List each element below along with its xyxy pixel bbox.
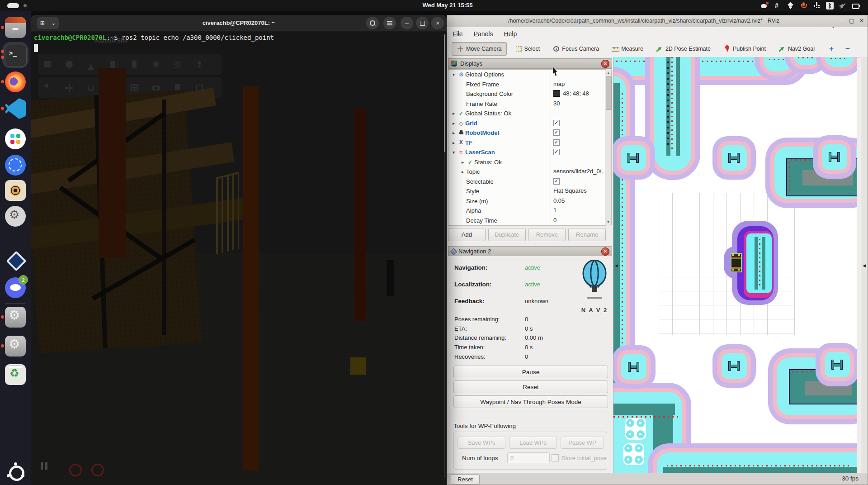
dock-item-slack[interactable] bbox=[5, 128, 26, 149]
dock-item-vscode[interactable] bbox=[5, 98, 26, 119]
add-tool-button[interactable]: + bbox=[829, 44, 834, 53]
display-row-value[interactable] bbox=[553, 129, 560, 136]
maximize-button[interactable] bbox=[416, 17, 429, 29]
toolbar-overflow-arrow[interactable]: ▾ bbox=[832, 25, 834, 29]
dock-item-settings-gear-2[interactable] bbox=[5, 336, 26, 357]
dock-item-trash[interactable] bbox=[5, 364, 26, 385]
expander-closed-icon[interactable]: ▸ bbox=[450, 111, 457, 116]
displays-panel-header[interactable]: Displays ✕ bbox=[448, 58, 612, 69]
display-row-value[interactable]: sensors/lidar2d_0/.. bbox=[553, 168, 604, 175]
microphone-icon[interactable] bbox=[800, 2, 807, 10]
tool-pose-estimate[interactable]: 2D Pose Estimate bbox=[651, 43, 715, 55]
tool-publish-point[interactable]: Publish Point bbox=[719, 43, 770, 55]
display-row-value[interactable] bbox=[553, 178, 560, 185]
display-row[interactable]: Decay Time bbox=[448, 216, 606, 226]
expander-closed-icon[interactable]: ▸ bbox=[459, 160, 466, 165]
tool-nav2-goal[interactable]: Nav2 Goal bbox=[774, 43, 819, 55]
terminal-scrollbar-thumb[interactable] bbox=[444, 34, 445, 152]
bluetooth-icon[interactable] bbox=[826, 2, 834, 10]
tool-select[interactable]: Select bbox=[510, 43, 545, 55]
display-row-value[interactable] bbox=[553, 120, 560, 126]
dock-item-mixer[interactable] bbox=[5, 180, 26, 201]
waypoint-nav-through-poses-mode-button[interactable]: Waypoint / Nav Through Poses Mode bbox=[453, 395, 608, 408]
display-row[interactable]: ▸RobotModel bbox=[448, 128, 606, 138]
checkbox-checked[interactable] bbox=[553, 139, 560, 146]
display-row-value[interactable]: 0 bbox=[553, 217, 557, 223]
battery-icon[interactable] bbox=[852, 2, 860, 10]
expander-open-icon[interactable]: ▾ bbox=[450, 150, 457, 155]
display-row[interactable]: Fixed Frame bbox=[448, 80, 606, 90]
close-button[interactable]: × bbox=[431, 17, 444, 29]
display-row[interactable]: Alpha bbox=[448, 206, 606, 216]
rviz-titlebar[interactable]: /home/civerachb/Code/clearpath_common_ws… bbox=[447, 15, 868, 28]
terminal-window[interactable]: ⊞ ⌄ civerachb@CPR02070L: ~ – × Gazebo Si… bbox=[31, 15, 447, 485]
menu-help[interactable]: Help bbox=[504, 30, 517, 38]
expander-closed-icon[interactable]: ▸ bbox=[450, 140, 457, 145]
collapse-right-panel-icon[interactable]: ◀ bbox=[863, 263, 866, 268]
displays-tree[interactable]: ▾⚙Global OptionsFixed FramemapBackground… bbox=[448, 69, 606, 226]
menu-button[interactable] bbox=[383, 17, 396, 29]
rviz-maximize-button[interactable]: ▢ bbox=[848, 17, 856, 24]
displays-scrollbar[interactable]: ▲ ▼ bbox=[605, 70, 612, 225]
dock-item-settings-gear-1[interactable] bbox=[5, 307, 26, 328]
tool-move-camera[interactable]: Move Camera bbox=[452, 42, 507, 56]
dock-item-ubuntu[interactable] bbox=[5, 461, 26, 482]
slack-icon[interactable] bbox=[774, 2, 781, 10]
dock-item-signal[interactable] bbox=[5, 155, 26, 176]
add-button[interactable]: Add bbox=[448, 228, 486, 241]
display-row-value[interactable]: 1 bbox=[553, 207, 557, 214]
dock-item-ros-gears[interactable] bbox=[5, 206, 26, 227]
expander-open-icon[interactable]: ▾ bbox=[450, 72, 457, 77]
menu-file[interactable]: File bbox=[453, 30, 463, 38]
search-button[interactable] bbox=[366, 17, 379, 29]
nav2-panel-header[interactable]: Navigation 2 ✕ bbox=[448, 246, 612, 257]
map-view[interactable] bbox=[613, 57, 857, 474]
dock-item-firefox[interactable] bbox=[5, 71, 26, 92]
workspace-dot[interactable] bbox=[24, 4, 27, 7]
tool-focus-camera[interactable]: Focus Camera bbox=[548, 43, 604, 55]
dock-item-files[interactable] bbox=[5, 17, 26, 38]
display-row-value[interactable]: 48; 48; 48 bbox=[553, 90, 589, 97]
display-row[interactable]: ▸TF bbox=[448, 138, 606, 148]
checkbox-checked[interactable] bbox=[553, 120, 560, 126]
remove-tool-button[interactable]: − bbox=[845, 44, 850, 53]
clock[interactable]: Wed May 21 15:55 bbox=[422, 2, 472, 9]
system-tray[interactable] bbox=[760, 2, 860, 10]
rviz-minimize-button[interactable]: – bbox=[838, 17, 846, 24]
store-initial-pose-checkbox[interactable] bbox=[552, 454, 559, 461]
pause-button[interactable]: Pause bbox=[453, 366, 608, 378]
scroll-up-icon[interactable]: ▲ bbox=[605, 71, 611, 75]
display-row-value[interactable] bbox=[553, 149, 560, 155]
checkbox-checked[interactable] bbox=[553, 129, 560, 136]
display-row[interactable]: Frame Rate bbox=[448, 99, 606, 109]
display-row-value[interactable]: 30 bbox=[553, 100, 560, 107]
rviz-menubar[interactable]: FilePanelsHelp bbox=[447, 27, 868, 41]
display-row[interactable]: Size (m) bbox=[448, 196, 606, 206]
display-row-value[interactable]: map bbox=[553, 81, 565, 87]
workspace-indicator[interactable] bbox=[7, 3, 19, 8]
display-row-value[interactable]: Flat Squares bbox=[553, 187, 587, 194]
tool-measure[interactable]: Measure bbox=[607, 43, 648, 55]
num-loops-input[interactable] bbox=[507, 452, 550, 463]
display-row[interactable]: ▾⚙Global Options bbox=[448, 70, 606, 80]
network-icon[interactable] bbox=[813, 2, 821, 10]
expander-closed-icon[interactable]: ▸ bbox=[459, 169, 466, 174]
panel-splitter[interactable]: ······ bbox=[447, 241, 613, 245]
dropbox-icon[interactable] bbox=[787, 2, 794, 10]
expander-closed-icon[interactable]: ▸ bbox=[450, 121, 457, 126]
checkbox-checked[interactable] bbox=[553, 149, 560, 155]
nav2-close-icon[interactable]: ✕ bbox=[601, 247, 609, 256]
dock-item-discord[interactable]: 2 bbox=[5, 277, 26, 298]
terminal-titlebar[interactable]: ⊞ ⌄ civerachb@CPR02070L: ~ – × bbox=[31, 15, 447, 32]
discord-icon[interactable] bbox=[760, 2, 768, 10]
display-row-value[interactable] bbox=[553, 139, 560, 146]
minimize-button[interactable]: – bbox=[401, 17, 413, 29]
displays-close-icon[interactable]: ✕ bbox=[601, 60, 609, 68]
display-row[interactable]: ▸◇Grid bbox=[448, 119, 606, 128]
menu-panels[interactable]: Panels bbox=[474, 30, 493, 38]
displays-scrollbar-thumb[interactable] bbox=[606, 76, 612, 110]
checkbox-checked[interactable] bbox=[553, 178, 560, 185]
views-panel-collapsed[interactable]: ◀ bbox=[861, 57, 868, 474]
volume-muted-icon[interactable] bbox=[839, 2, 847, 10]
rviz-close-button[interactable]: ✕ bbox=[858, 17, 866, 24]
